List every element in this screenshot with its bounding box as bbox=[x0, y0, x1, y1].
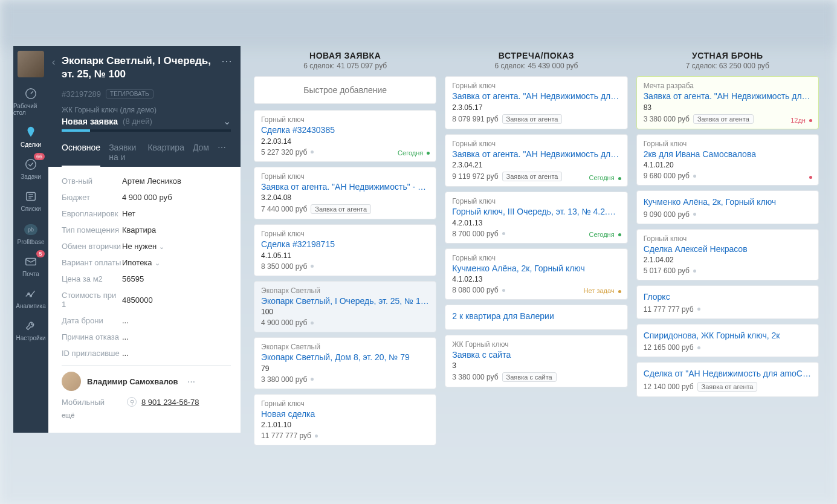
nav-desktop[interactable]: Рабочий стол bbox=[13, 81, 48, 120]
field-row[interactable]: Стоимость при 14850000 bbox=[62, 287, 231, 312]
field-row[interactable]: Тип помещенияКвартира bbox=[62, 222, 231, 238]
nav-lists[interactable]: Списки bbox=[13, 184, 48, 216]
card-price: 3 380 000 руб bbox=[644, 115, 690, 123]
chevron-down-icon: ⌄ bbox=[223, 115, 231, 127]
card-price: 8 080 000 руб bbox=[452, 286, 498, 294]
deal-card[interactable]: Глоркс11 777 777 руб bbox=[636, 285, 819, 319]
card-project: Экопарк Светлый bbox=[261, 286, 429, 295]
more-menu[interactable]: ⋯ bbox=[221, 54, 233, 68]
card-code: 2.3.05.17 bbox=[452, 103, 620, 112]
status-dot-icon bbox=[311, 321, 314, 325]
contact-more-link[interactable]: ещё bbox=[62, 412, 74, 419]
card-title: Сделка от "АН Недвижимость для amoCRM" -… bbox=[644, 369, 812, 380]
deal-card[interactable]: Спиридонова, ЖК Горный ключ, 2к12 165 00… bbox=[636, 324, 819, 358]
field-row[interactable]: Отв-ныйАртем Лесников bbox=[62, 173, 231, 189]
card-tag: Заявка от агента bbox=[502, 114, 563, 124]
deal-card[interactable]: Сделка от "АН Недвижимость для amoCRM" -… bbox=[636, 362, 819, 397]
deal-card[interactable]: Горный ключ2кв для Ивана Самосвалова4.1.… bbox=[636, 134, 819, 186]
card-status: Сегодня bbox=[398, 149, 430, 157]
field-row[interactable]: Бюджет4 900 000 руб bbox=[62, 189, 231, 205]
phone-icon[interactable]: ⚲ bbox=[127, 397, 137, 407]
nav-deals[interactable]: Сделки bbox=[13, 120, 48, 152]
field-row[interactable]: Дата брони... bbox=[62, 312, 231, 329]
pipeline-board: НОВАЯ ЗАЯВКА6 сделок: 41 075 097 рубБыст… bbox=[254, 51, 819, 450]
deal-card[interactable]: Экопарк СветлыйЭкопарк Светлый, I Очеред… bbox=[254, 281, 436, 333]
field-row[interactable]: Причина отказа... bbox=[62, 329, 231, 345]
contact-more[interactable]: ⋯ bbox=[187, 377, 196, 386]
deal-card[interactable]: Горный ключЗаявка от агента. "АН Недвижи… bbox=[445, 76, 627, 129]
card-project: Горный ключ bbox=[452, 197, 620, 205]
card-tag: Заявка от агента bbox=[693, 114, 754, 124]
svg-rect-3 bbox=[26, 259, 36, 265]
card-tag: Заявка от агента bbox=[502, 172, 563, 181]
svg-point-1 bbox=[26, 160, 36, 170]
column-subtitle: 6 сделок: 45 439 000 руб bbox=[445, 62, 627, 70]
tabs-more[interactable]: ⋯ bbox=[218, 143, 227, 167]
card-code: 4.2.01.13 bbox=[452, 219, 620, 227]
card-price: 11 777 777 руб bbox=[261, 431, 311, 440]
contact-name[interactable]: Владимир Самохвалов bbox=[87, 377, 178, 386]
deal-card[interactable]: Кучменко Алёна, 2к, Горный ключ9 090 000… bbox=[636, 190, 819, 224]
column-title: ВСТРЕЧА/ПОКАЗ bbox=[445, 51, 627, 60]
left-nav: Рабочий стол Сделки 66 Задачи Списки pb … bbox=[13, 46, 48, 433]
back-button[interactable]: ‹ bbox=[52, 57, 55, 68]
card-code: 100 bbox=[261, 308, 429, 316]
deal-card[interactable]: Горный ключСделка #324303852.2.03.145 22… bbox=[254, 110, 436, 162]
nav-tasks[interactable]: 66 Задачи bbox=[13, 152, 48, 184]
deal-card[interactable]: ЖК Горный ключЗаявка с сайта33 380 000 р… bbox=[445, 335, 627, 388]
field-row[interactable]: Цена за м256595 bbox=[62, 271, 231, 287]
card-project: ЖК Горный ключ bbox=[452, 340, 620, 349]
deal-card[interactable]: Мечта разрабаЗаявка от агента. "АН Недви… bbox=[636, 76, 819, 129]
deal-card[interactable]: Горный ключЗаявка от агента. "АН Недвижи… bbox=[445, 134, 627, 187]
chevron-down-icon: ⌄ bbox=[155, 259, 160, 267]
field-row[interactable]: ЕвропланировкНет bbox=[62, 205, 231, 222]
field-label: Дата брони bbox=[62, 316, 122, 325]
card-title: Сделка #32430385 bbox=[261, 125, 429, 136]
deal-card[interactable]: 2 к квартира для Валерии bbox=[445, 305, 627, 330]
card-price: 7 440 000 руб bbox=[261, 205, 307, 213]
tab-apartment[interactable]: Квартира bbox=[147, 143, 184, 167]
field-label: Цена за м2 bbox=[62, 274, 122, 283]
field-row[interactable]: ID пригласивше... bbox=[62, 345, 231, 361]
deal-card[interactable]: Горный ключСделка Алексей Некрасов2.1.04… bbox=[636, 229, 819, 281]
nav-analytics[interactable]: Аналитика bbox=[13, 281, 48, 313]
deal-card[interactable]: Горный ключЗаявка от агента. "АН Недвижи… bbox=[254, 167, 436, 220]
phone-value[interactable]: 8 901 234-56-78 bbox=[141, 398, 199, 407]
stage-selector[interactable]: Новая заявка (8 дней) ⌄ bbox=[62, 115, 231, 127]
card-code: 4.1.05.11 bbox=[261, 251, 429, 260]
field-value: Квартира bbox=[122, 225, 231, 234]
card-price: 9 119 972 руб bbox=[452, 172, 498, 181]
card-tag: Заявка от агента bbox=[311, 204, 371, 214]
nav-mail[interactable]: 5 Почта bbox=[13, 249, 48, 281]
nav-label: Profitbase bbox=[17, 239, 44, 245]
deal-card[interactable]: Горный ключНовая сделка2.1.01.1011 777 7… bbox=[254, 394, 436, 446]
field-value: ... bbox=[122, 349, 231, 358]
nav-profitbase[interactable]: pb Profitbase bbox=[13, 216, 48, 249]
field-value: Артем Лесников bbox=[122, 176, 231, 186]
field-row[interactable]: Вариант оплатыИпотека⌄ bbox=[62, 254, 231, 271]
field-value: Не нужен⌄ bbox=[122, 242, 231, 251]
pipeline-column: НОВАЯ ЗАЯВКА6 сделок: 41 075 097 рубБыст… bbox=[254, 51, 436, 450]
user-avatar[interactable] bbox=[18, 51, 44, 77]
tag-button[interactable]: ТЕГИРОВАТЬ bbox=[106, 89, 154, 99]
status-dot-icon bbox=[315, 435, 318, 438]
deal-card[interactable]: Экопарк СветлыйЭкопарк Светлый, Дом 8, э… bbox=[254, 337, 436, 389]
card-code: 2.1.04.02 bbox=[644, 256, 812, 264]
deal-card[interactable]: Горный ключКучменко Алёна, 2к, Горный кл… bbox=[445, 248, 627, 300]
contact-avatar[interactable] bbox=[62, 372, 81, 391]
nav-settings[interactable]: Настройки bbox=[13, 313, 48, 345]
tab-requests[interactable]: Заявки на и bbox=[109, 143, 139, 167]
field-label: Стоимость при 1 bbox=[62, 291, 122, 309]
card-project: Горный ключ bbox=[452, 140, 620, 148]
status-dot-icon bbox=[311, 378, 314, 381]
card-title: Заявка с сайта bbox=[452, 350, 620, 361]
deal-card[interactable]: Горный ключГорный ключ, III Очередь, эт.… bbox=[445, 192, 627, 244]
field-row[interactable]: Обмен вторичкиНе нужен⌄ bbox=[62, 238, 231, 254]
status-dot-icon bbox=[697, 346, 700, 349]
deal-card[interactable]: Горный ключСделка #321987154.1.05.118 35… bbox=[254, 224, 436, 276]
badge: 5 bbox=[36, 250, 45, 257]
tab-main[interactable]: Основное bbox=[62, 143, 100, 167]
card-tag: Заявка от агента bbox=[697, 382, 758, 392]
quick-add-button[interactable]: Быстрое добавление bbox=[254, 76, 436, 104]
tab-house[interactable]: Дом bbox=[193, 143, 209, 167]
